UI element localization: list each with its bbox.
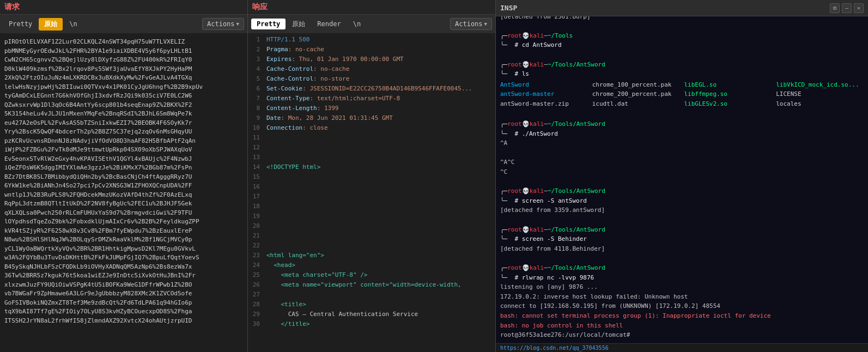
response-line: 26 <meta name="viewport" content="width=… bbox=[248, 281, 495, 290]
response-lines-container: 1HTTP/1.1 5002Pragma: no-cache3Expires: … bbox=[248, 35, 495, 330]
terminal-cmd-line: ╰─ # ./AntSword bbox=[500, 129, 864, 139]
line-content bbox=[264, 133, 495, 135]
line-content bbox=[264, 290, 495, 292]
terminal-output-text: ^C bbox=[500, 168, 507, 175]
terminal-output-line: listening on [any] 9876 ... bbox=[500, 282, 864, 292]
response-actions-label: Actions bbox=[455, 20, 483, 28]
terminal-output-text: ^A bbox=[500, 139, 507, 147]
html-tag: </title> bbox=[266, 320, 309, 327]
prompt-path: ~/Tools/AntSword bbox=[548, 61, 605, 68]
prompt-arrow: ╭─ bbox=[500, 120, 507, 128]
line-content: </title> bbox=[264, 320, 495, 328]
ls-item: antSword-master bbox=[500, 89, 588, 99]
response-line: 17 bbox=[248, 192, 495, 202]
line-number: 25 bbox=[248, 271, 264, 278]
line-content bbox=[264, 232, 495, 233]
line-number: 24 bbox=[248, 261, 264, 269]
request-actions-label: Actions bbox=[207, 20, 235, 28]
line-number: 20 bbox=[248, 222, 264, 229]
terminal-command: # screen -S Behinder bbox=[507, 235, 587, 242]
request-title: 请求 bbox=[4, 2, 20, 12]
response-line: 1HTTP/1.1 500 bbox=[248, 35, 495, 45]
terminal-prompt-line: ╭─root💀kali─~/Tools/AntSword bbox=[500, 186, 864, 196]
response-line: 8Content-Length: 1399 bbox=[248, 104, 495, 114]
prompt-root: root bbox=[507, 120, 522, 128]
header-name: Content-Type bbox=[266, 95, 309, 102]
line-content: Content-Type: text/html;charset=UTF-8 bbox=[264, 94, 495, 102]
request-content-area[interactable]: pIROtOlELVXAF1Z2Lur02CLKQLZ4nSWT34pqH75u… bbox=[0, 33, 247, 352]
line-number: 30 bbox=[248, 320, 264, 327]
line-number: 17 bbox=[248, 192, 264, 200]
request-title-bar: 请求 bbox=[0, 0, 247, 15]
terminal-controls: ⊞ — ✕ bbox=[830, 3, 864, 13]
terminal-minimize-icon[interactable]: — bbox=[842, 3, 852, 13]
line-number: 21 bbox=[248, 232, 264, 239]
header-value: : no-store bbox=[313, 75, 349, 82]
line-number: 6 bbox=[248, 84, 264, 92]
terminal-grid-icon[interactable]: ⊞ bbox=[830, 3, 840, 13]
line-content bbox=[264, 153, 495, 154]
line-number: 11 bbox=[248, 133, 264, 141]
terminal-prompt-line: ╭─root💀kali─~/Tools/AntSword bbox=[500, 263, 864, 273]
terminal-output-line: bash: no job control in this shell bbox=[500, 321, 864, 331]
request-actions-button[interactable]: Actions ▼ bbox=[202, 18, 244, 30]
terminal-footer: https://blog.csdn.net/qq_37043556 bbox=[496, 343, 868, 352]
header-value: : Thu, 01 Jan 1970 00:00:00 GMT bbox=[292, 56, 403, 63]
response-tab-ln[interactable]: \n bbox=[348, 19, 366, 29]
ls-item: libGLESv2.so bbox=[684, 99, 772, 109]
ls-item: chrome_200_percent.pak bbox=[592, 89, 680, 99]
terminal-close-icon[interactable]: ✕ bbox=[854, 3, 864, 13]
header-name: Content-Length bbox=[266, 105, 317, 112]
request-body-text: pIROtOlELVXAF1Z2Lur02CLKQLZ4nSWT34pqH75u… bbox=[0, 35, 247, 327]
terminal-cmd-line: ╰─ # ls bbox=[500, 69, 864, 79]
html-tag: <meta charset="UTF-8" /> bbox=[266, 271, 367, 278]
response-tab-pretty[interactable]: Pretty bbox=[251, 19, 286, 29]
http-status: HTTP/1.1 500 bbox=[266, 36, 309, 43]
prompt-path: ~/Tools/AntSword bbox=[548, 264, 605, 271]
terminal-command: # cd AntSword bbox=[507, 41, 561, 48]
response-line: 18 bbox=[248, 202, 495, 212]
line-content bbox=[264, 241, 495, 242]
line-content bbox=[264, 222, 495, 223]
line-content: Cache-Control: no-cache bbox=[264, 65, 495, 73]
header-name: Set-Cookie bbox=[266, 85, 302, 92]
terminal-footer-link[interactable]: https://blog.csdn.net/qq_37043556 bbox=[500, 345, 609, 351]
terminal-output-line: [detached from 3359.antSword] bbox=[500, 205, 864, 215]
response-tab-render[interactable]: Render bbox=[312, 19, 346, 29]
terminal-output-line: ^C bbox=[500, 167, 864, 177]
terminal-cmd-line: ╰─ # rlwrap nc -lvvp 9876 bbox=[500, 273, 864, 283]
request-panel: 请求 Pretty 原始 \n Actions ▼ pIROtOlELVXAF1… bbox=[0, 0, 248, 352]
terminal-title: INSP bbox=[500, 4, 517, 12]
response-content-area[interactable]: 1HTTP/1.1 5002Pragma: no-cache3Expires: … bbox=[248, 33, 495, 352]
response-title: 响应 bbox=[252, 2, 268, 12]
prompt-root: root bbox=[507, 264, 522, 271]
header-name: Cache-Control bbox=[266, 75, 313, 82]
response-actions-button[interactable]: Actions ▼ bbox=[450, 18, 492, 30]
request-tab-ln[interactable]: \n bbox=[64, 19, 82, 29]
terminal-output-text: bash: cannot set terminal process group … bbox=[500, 312, 771, 319]
terminal-output-line: ^A bbox=[500, 138, 864, 148]
ls-item: icudtl.dat bbox=[592, 99, 680, 109]
terminal-content-area[interactable]: ╭─root💀kali─~/Tools╰─ # screen -S Behind… bbox=[496, 16, 868, 343]
response-line: 19 bbox=[248, 212, 495, 222]
response-tab-raw[interactable]: 原始 bbox=[287, 18, 311, 31]
header-value: : close bbox=[302, 124, 327, 131]
line-content bbox=[264, 202, 495, 203]
terminal-cmd-line: ╰─ # cd AntSword bbox=[500, 40, 864, 50]
request-tab-pretty[interactable]: Pretty bbox=[3, 19, 38, 29]
line-content: CAS – Central Authentication Service bbox=[264, 310, 495, 318]
terminal-output-line: bash: cannot set terminal process group … bbox=[500, 311, 864, 321]
response-line: 25 <meta charset="UTF-8" /> bbox=[248, 271, 495, 281]
line-number: 10 bbox=[248, 124, 264, 131]
prompt-path: ~/Tools/AntSword bbox=[548, 226, 605, 233]
response-line: 16 bbox=[248, 183, 495, 192]
terminal-cmd-line: ╰─ # screen -S antSword bbox=[500, 196, 864, 206]
terminal-prompt-line: ╭─root💀kali─~/Tools/AntSword bbox=[500, 60, 864, 70]
request-tab-raw[interactable]: 原始 bbox=[39, 18, 63, 31]
ls-item: libVkICD_mock_icd.so... bbox=[776, 80, 864, 90]
response-line: 24 <head> bbox=[248, 261, 495, 271]
html-tag: <html lang="en"> bbox=[266, 252, 324, 259]
header-value: : Mon, 28 Jun 2021 01:31:45 GMT bbox=[281, 114, 393, 122]
response-line: 15 bbox=[248, 173, 495, 183]
line-content: <head> bbox=[264, 261, 495, 269]
